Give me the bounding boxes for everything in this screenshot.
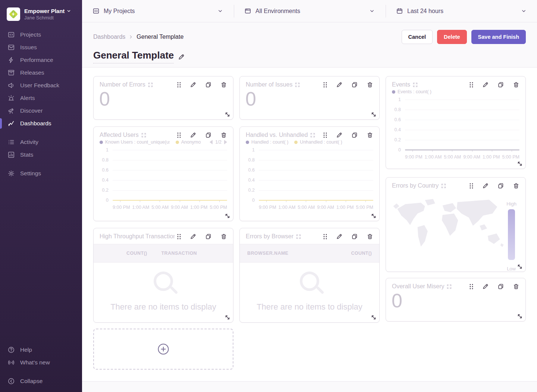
delete-widget-icon[interactable] — [220, 233, 227, 240]
org-switcher[interactable]: Empower Plant Jane Schmidt — [0, 0, 82, 28]
drag-handle-icon[interactable] — [323, 82, 327, 88]
drag-handle-icon[interactable] — [323, 233, 327, 240]
sidebar-item-user-feedback[interactable]: User Feedback — [0, 79, 82, 92]
date-range-dropdown[interactable]: Last 24 hours — [385, 0, 537, 22]
widget-title: Errors by Browser — [246, 233, 301, 240]
sidebar-item-discover[interactable]: Discover — [0, 104, 82, 117]
expand-icon[interactable] — [413, 82, 418, 87]
expand-icon[interactable] — [141, 133, 146, 138]
duplicate-widget-icon[interactable] — [351, 81, 358, 88]
issues-icon — [7, 44, 15, 51]
resize-handle-icon[interactable] — [371, 314, 377, 320]
expand-icon[interactable] — [310, 133, 315, 138]
series-line — [259, 200, 373, 201]
edit-widget-icon[interactable] — [336, 81, 343, 88]
chart-legend: Handled : count( ) Unhandled : count( ) — [240, 138, 379, 145]
edit-widget-icon[interactable] — [482, 182, 489, 189]
map-scale-gradient — [508, 209, 515, 260]
sidebar-item-settings[interactable]: Settings — [0, 167, 82, 180]
project-filter-dropdown[interactable]: My Projects — [82, 0, 233, 22]
sidebar-item-releases[interactable]: Releases — [0, 66, 82, 79]
edit-widget-icon[interactable] — [482, 81, 489, 88]
drag-handle-icon[interactable] — [177, 82, 181, 88]
duplicate-widget-icon[interactable] — [205, 233, 212, 240]
column-header[interactable]: COUNT() — [101, 251, 147, 256]
add-widget-button[interactable] — [93, 329, 233, 370]
edit-widget-icon[interactable] — [336, 233, 343, 240]
edit-widget-icon[interactable] — [482, 283, 489, 290]
delete-widget-icon[interactable] — [367, 233, 373, 240]
duplicate-widget-icon[interactable] — [351, 132, 358, 138]
drag-handle-icon[interactable] — [177, 132, 181, 138]
delete-widget-icon[interactable] — [513, 283, 519, 290]
resize-handle-icon[interactable] — [224, 213, 230, 219]
sidebar-item-projects[interactable]: Projects — [0, 28, 82, 41]
date-range-value: Last 24 hours — [407, 8, 443, 15]
column-header[interactable]: BROWSER.NAME — [247, 251, 288, 256]
column-header[interactable]: COUNT() — [351, 251, 372, 256]
resize-handle-icon[interactable] — [371, 112, 377, 117]
legend-item[interactable]: Events : count( ) — [392, 89, 431, 94]
drag-handle-icon[interactable] — [469, 283, 474, 290]
delete-widget-icon[interactable] — [367, 81, 373, 88]
environment-filter-dropdown[interactable]: All Environments — [233, 0, 385, 22]
world-map-image — [391, 195, 506, 258]
drag-handle-icon[interactable] — [469, 82, 474, 88]
edit-widget-icon[interactable] — [190, 81, 197, 88]
duplicate-widget-icon[interactable] — [497, 283, 504, 290]
resize-handle-icon[interactable] — [517, 264, 523, 270]
edit-widget-icon[interactable] — [336, 132, 343, 138]
delete-widget-icon[interactable] — [513, 182, 519, 189]
page-title[interactable]: General Template — [93, 50, 174, 63]
sidebar-item-activity[interactable]: Activity — [0, 136, 82, 148]
delete-widget-icon[interactable] — [513, 81, 519, 88]
edit-widget-icon[interactable] — [190, 233, 197, 240]
duplicate-widget-icon[interactable] — [351, 233, 358, 240]
legend-item[interactable]: Known Users : count_unique(user) — [100, 139, 170, 145]
legend-item[interactable]: Unhandled : count( ) — [294, 139, 342, 145]
breadcrumb-dashboards-link[interactable]: Dashboards — [93, 34, 125, 40]
expand-icon[interactable] — [441, 184, 446, 188]
expand-icon[interactable] — [296, 234, 301, 239]
sidebar-item-dashboards[interactable]: Dashboards — [0, 117, 82, 130]
drag-handle-icon[interactable] — [177, 233, 181, 240]
column-header[interactable]: TRANSACTION — [161, 251, 197, 256]
delete-button[interactable]: Delete — [437, 30, 467, 44]
sidebar-item-stats[interactable]: Stats — [0, 148, 82, 161]
environment-filter-value: All Environments — [255, 8, 300, 15]
save-and-finish-button[interactable]: Save and Finish — [471, 30, 526, 44]
resize-handle-icon[interactable] — [517, 313, 523, 319]
resize-handle-icon[interactable] — [224, 112, 230, 117]
delete-widget-icon[interactable] — [220, 132, 227, 138]
pager-prev-icon[interactable] — [210, 140, 213, 144]
sidebar-item-alerts[interactable]: Alerts — [0, 92, 82, 104]
drag-handle-icon[interactable] — [323, 132, 327, 138]
sidebar-item-performance[interactable]: Performance — [0, 54, 82, 66]
delete-widget-icon[interactable] — [220, 81, 227, 88]
resize-handle-icon[interactable] — [517, 161, 523, 167]
sidebar-item-help[interactable]: Help — [0, 344, 82, 356]
duplicate-widget-icon[interactable] — [205, 81, 212, 88]
duplicate-widget-icon[interactable] — [497, 81, 504, 88]
expand-icon[interactable] — [295, 82, 300, 87]
resize-handle-icon[interactable] — [224, 314, 230, 320]
delete-widget-icon[interactable] — [367, 132, 373, 138]
drag-handle-icon[interactable] — [469, 183, 474, 189]
sidebar-collapse-button[interactable]: Collapse — [0, 375, 82, 388]
sidebar-item-whats-new[interactable]: What's new — [0, 356, 82, 369]
edit-widget-icon[interactable] — [190, 132, 197, 138]
resize-handle-icon[interactable] — [371, 213, 377, 219]
legend-item[interactable]: Anonymou — [176, 139, 201, 145]
edit-title-pencil-icon[interactable] — [178, 53, 185, 60]
big-number-value: 0 — [240, 88, 379, 109]
cancel-button[interactable]: Cancel — [402, 30, 433, 44]
duplicate-widget-icon[interactable] — [497, 182, 504, 189]
plus-icon — [157, 343, 169, 355]
expand-icon[interactable] — [148, 82, 153, 87]
search-icon — [300, 272, 319, 291]
expand-icon[interactable] — [447, 284, 452, 289]
duplicate-widget-icon[interactable] — [205, 132, 212, 138]
sidebar-item-issues[interactable]: Issues — [0, 41, 82, 54]
pager-next-icon[interactable] — [224, 140, 227, 144]
legend-item[interactable]: Handled : count( ) — [246, 139, 288, 145]
